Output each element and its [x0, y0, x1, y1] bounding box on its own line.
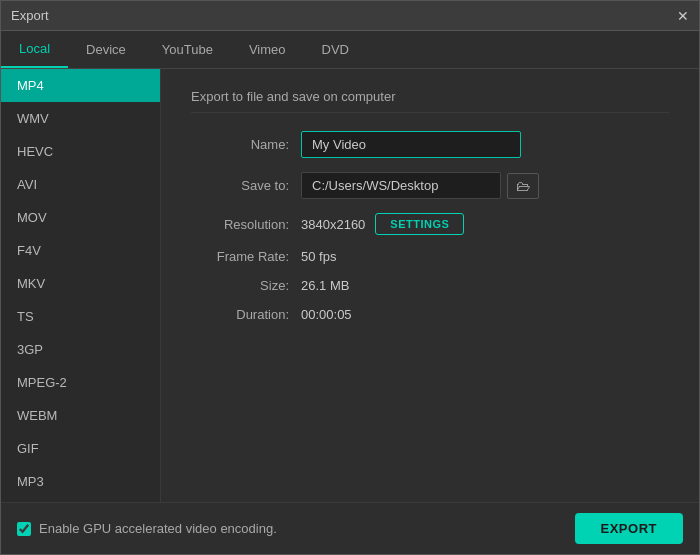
settings-button[interactable]: SETTINGS — [375, 213, 464, 235]
sidebar-item-ts[interactable]: TS — [1, 300, 160, 333]
sidebar-item-mp4[interactable]: MP4 — [1, 69, 160, 102]
name-label: Name: — [191, 137, 301, 152]
save-to-label: Save to: — [191, 178, 301, 193]
duration-value: 00:00:05 — [301, 307, 352, 322]
tab-bar: Local Device YouTube Vimeo DVD — [1, 31, 699, 69]
duration-row: Duration: 00:00:05 — [191, 307, 669, 322]
sidebar-item-webm[interactable]: WEBM — [1, 399, 160, 432]
resolution-label: Resolution: — [191, 217, 301, 232]
sidebar-item-mpeg2[interactable]: MPEG-2 — [1, 366, 160, 399]
duration-label: Duration: — [191, 307, 301, 322]
window-title: Export — [11, 8, 49, 23]
tab-dvd[interactable]: DVD — [304, 31, 367, 68]
save-to-controls: 🗁 — [301, 172, 539, 199]
size-value: 26.1 MB — [301, 278, 349, 293]
resolution-value: 3840x2160 — [301, 217, 365, 232]
frame-rate-value: 50 fps — [301, 249, 336, 264]
gpu-label: Enable GPU accelerated video encoding. — [39, 521, 277, 536]
close-button[interactable]: ✕ — [677, 9, 689, 23]
resolution-controls: 3840x2160 SETTINGS — [301, 213, 464, 235]
sidebar-item-mkv[interactable]: MKV — [1, 267, 160, 300]
export-button[interactable]: EXPORT — [575, 513, 683, 544]
content-area: MP4 WMV HEVC AVI MOV F4V MKV TS 3GP MPEG… — [1, 69, 699, 502]
gpu-checkbox[interactable] — [17, 522, 31, 536]
tab-youtube[interactable]: YouTube — [144, 31, 231, 68]
tab-local[interactable]: Local — [1, 31, 68, 68]
frame-rate-label: Frame Rate: — [191, 249, 301, 264]
name-input[interactable] — [301, 131, 521, 158]
frame-rate-row: Frame Rate: 50 fps — [191, 249, 669, 264]
title-bar: Export ✕ — [1, 1, 699, 31]
sidebar-item-avi[interactable]: AVI — [1, 168, 160, 201]
sidebar-item-mov[interactable]: MOV — [1, 201, 160, 234]
sidebar-item-gif[interactable]: GIF — [1, 432, 160, 465]
format-sidebar: MP4 WMV HEVC AVI MOV F4V MKV TS 3GP MPEG… — [1, 69, 161, 502]
gpu-checkbox-row: Enable GPU accelerated video encoding. — [17, 521, 277, 536]
save-to-input[interactable] — [301, 172, 501, 199]
size-row: Size: 26.1 MB — [191, 278, 669, 293]
size-label: Size: — [191, 278, 301, 293]
name-row: Name: — [191, 131, 669, 158]
section-title: Export to file and save on computer — [191, 89, 669, 113]
sidebar-item-hevc[interactable]: HEVC — [1, 135, 160, 168]
sidebar-item-mp3[interactable]: MP3 — [1, 465, 160, 498]
export-window: Export ✕ Local Device YouTube Vimeo DVD … — [0, 0, 700, 555]
footer: Enable GPU accelerated video encoding. E… — [1, 502, 699, 554]
tab-vimeo[interactable]: Vimeo — [231, 31, 304, 68]
resolution-row: Resolution: 3840x2160 SETTINGS — [191, 213, 669, 235]
sidebar-item-f4v[interactable]: F4V — [1, 234, 160, 267]
sidebar-item-3gp[interactable]: 3GP — [1, 333, 160, 366]
folder-button[interactable]: 🗁 — [507, 173, 539, 199]
main-panel: Export to file and save on computer Name… — [161, 69, 699, 502]
save-to-row: Save to: 🗁 — [191, 172, 669, 199]
tab-device[interactable]: Device — [68, 31, 144, 68]
sidebar-item-wmv[interactable]: WMV — [1, 102, 160, 135]
